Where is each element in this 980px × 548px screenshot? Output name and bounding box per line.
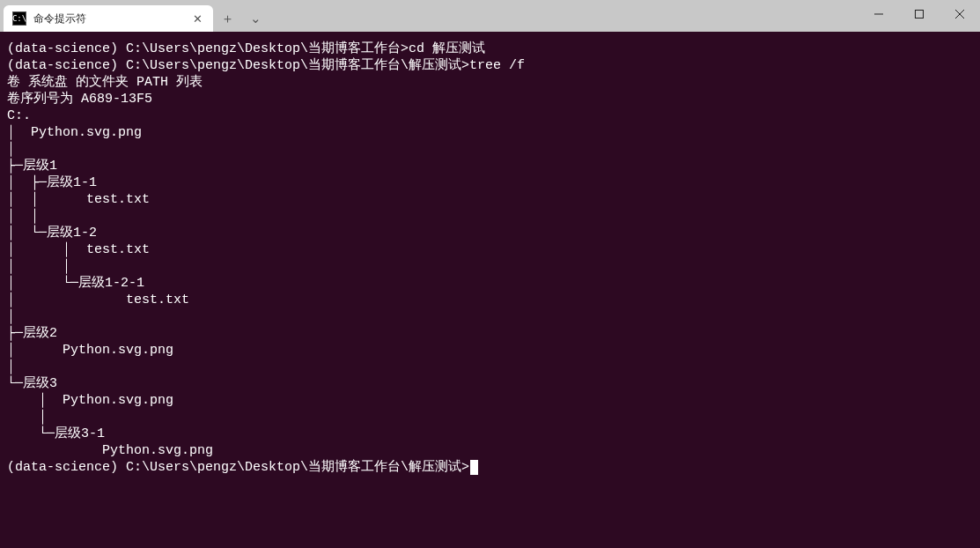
terminal-line: │ └─层级1-2: [7, 225, 973, 241]
terminal-line: C:.: [7, 107, 973, 124]
prompt-text: (data-science) C:\Users\pengz\Desktop\当期…: [7, 460, 469, 475]
titlebar-drag-area[interactable]: [269, 0, 858, 32]
tab-strip: C:\ 命令提示符 ✕ ＋ ⌄: [0, 0, 269, 32]
tab-title: 命令提示符: [33, 11, 183, 26]
terminal-line: │ Python.svg.png: [7, 392, 973, 409]
terminal-line: │ │ test.txt: [7, 191, 973, 208]
terminal-line: │ └─层级1-2-1: [7, 275, 973, 292]
tab-dropdown-button[interactable]: ⌄: [241, 5, 269, 32]
cmd-icon: C:\: [12, 11, 26, 26]
close-button[interactable]: [939, 0, 980, 28]
terminal-prompt-line[interactable]: (data-science) C:\Users\pengz\Desktop\当期…: [7, 459, 973, 476]
svg-rect-1: [916, 11, 924, 19]
titlebar: C:\ 命令提示符 ✕ ＋ ⌄: [0, 0, 980, 32]
cursor: [470, 460, 478, 475]
terminal-body[interactable]: (data-science) C:\Users\pengz\Desktop\当期…: [0, 32, 980, 548]
terminal-line: │ │: [7, 258, 973, 275]
terminal-line: │ Python.svg.png: [7, 124, 973, 141]
new-tab-button[interactable]: ＋: [213, 5, 241, 32]
terminal-window: C:\ 命令提示符 ✕ ＋ ⌄ (data-science) C:\Users\…: [0, 0, 980, 548]
terminal-line: │ test.txt: [7, 292, 973, 308]
terminal-line: 卷序列号为 A689-13F5: [7, 91, 973, 107]
terminal-line: (data-science) C:\Users\pengz\Desktop\当期…: [7, 41, 973, 57]
terminal-line: │: [7, 409, 973, 426]
terminal-line: │ ├─层级1-1: [7, 174, 973, 191]
terminal-line: ├─层级2: [7, 325, 973, 342]
terminal-line: Python.svg.png: [7, 442, 973, 459]
terminal-line: │: [7, 141, 973, 158]
terminal-line: 卷 系统盘 的文件夹 PATH 列表: [7, 74, 973, 91]
terminal-line: │ Python.svg.png: [7, 342, 973, 359]
terminal-line: │: [7, 308, 973, 325]
tab-active[interactable]: C:\ 命令提示符 ✕: [4, 5, 213, 32]
terminal-line: │ │: [7, 208, 973, 225]
terminal-line: └─层级3-1: [7, 426, 973, 442]
terminal-line: (data-science) C:\Users\pengz\Desktop\当期…: [7, 57, 973, 74]
terminal-line: │: [7, 359, 973, 375]
terminal-line: ├─层级1: [7, 158, 973, 174]
minimize-button[interactable]: [858, 0, 899, 28]
terminal-line: │ │ test.txt: [7, 241, 973, 258]
maximize-button[interactable]: [899, 0, 939, 28]
window-controls: [858, 0, 980, 32]
terminal-line: └─层级3: [7, 375, 973, 392]
tab-close-button[interactable]: ✕: [190, 11, 204, 26]
